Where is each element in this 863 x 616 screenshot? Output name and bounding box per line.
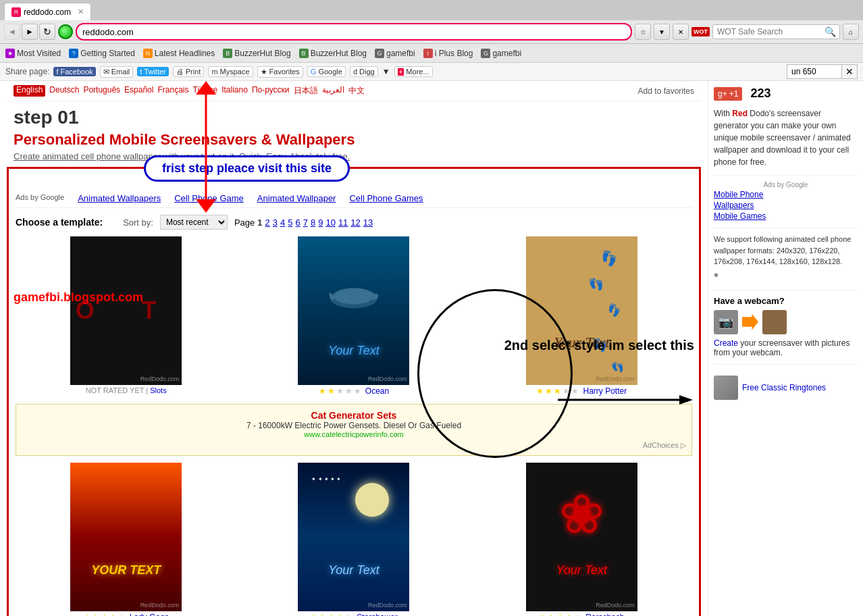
browser-icon	[58, 24, 73, 39]
wallpaper-slots[interactable]: O T RedDodo.com NOT RATED YET | Slots	[16, 236, 236, 397]
share-myspace[interactable]: m Myspace	[208, 66, 253, 77]
page-num-7[interactable]: 7	[303, 217, 308, 228]
favorites-icon: ★	[261, 68, 267, 76]
slots-link[interactable]: Slots	[150, 386, 166, 394]
wallpaper-grid-bottom: YOUR TEXT RedDodo.com ★★★★★ Lady Gaga	[16, 463, 692, 616]
page-num-12[interactable]: 12	[350, 217, 360, 228]
bookmark-most-visited[interactable]: ★ Most Visited	[5, 49, 61, 58]
page-num-3[interactable]: 3	[273, 217, 278, 228]
lang-arabic[interactable]: العربية	[322, 85, 344, 97]
share-google[interactable]: G Google	[307, 66, 346, 77]
home-button[interactable]: ⌂	[843, 24, 859, 40]
back-button[interactable]: ◄	[4, 24, 20, 40]
twitter-icon: t	[140, 68, 142, 76]
share-more-btn[interactable]: + More...	[394, 66, 433, 77]
ocean-text: Your Text	[328, 344, 379, 358]
page-num-11[interactable]: 11	[338, 217, 348, 228]
wallpaper-lady-gaga[interactable]: YOUR TEXT RedDodo.com ★★★★★ Lady Gaga	[16, 463, 236, 616]
hp-text: Your Text	[554, 334, 609, 351]
ad-title[interactable]: Cat Generator Sets	[311, 410, 397, 421]
gplus-button[interactable]: g+ +1	[714, 87, 742, 101]
slots-text: O T	[76, 297, 177, 325]
bookmark-icon-most-visited: ★	[5, 49, 15, 58]
share-more[interactable]: ▼	[382, 67, 390, 76]
lang-turkce[interactable]: Türkçe	[192, 85, 217, 97]
sidebar-link-wallpapers[interactable]: Wallpapers	[714, 201, 858, 210]
sidebar-link-mobile-games[interactable]: Mobile Games	[714, 211, 858, 221]
share-print[interactable]: 🖨 Print	[173, 66, 205, 77]
wallpaper-starshower[interactable]: ✦ ✦ ✦ ✦ ✦ Your Text RedDodo.com ★★★★★ St…	[243, 463, 464, 616]
sidebar-link-mobile-phone[interactable]: Mobile Phone	[714, 190, 858, 199]
myspace-icon: m	[211, 68, 217, 76]
share-email[interactable]: ✉ Email	[100, 66, 134, 78]
share-digg[interactable]: d Digg	[350, 66, 378, 77]
tab-close[interactable]: ✕	[78, 7, 84, 16]
page-num-4[interactable]: 4	[280, 217, 285, 228]
address-bar[interactable]	[82, 27, 625, 37]
lang-espanol[interactable]: Español	[124, 85, 153, 97]
lang-chinese[interactable]: 中文	[348, 85, 365, 97]
share-favorites[interactable]: ★ Favorites	[257, 66, 303, 78]
forward-button[interactable]: ►	[22, 24, 38, 40]
blood-link[interactable]: Rorschach	[585, 613, 624, 616]
hp-link[interactable]: Harry Potter	[583, 386, 627, 396]
page-num-5[interactable]: 5	[288, 217, 292, 228]
bookmark-buzzerhut2[interactable]: B BuzzerHut Blog	[299, 49, 367, 58]
wot-search-input[interactable]	[713, 26, 821, 38]
wallpaper-harry-potter[interactable]: 👣 👣 👣 👣 👣 Your Text RedDodo.com ★★★★★	[471, 236, 692, 397]
ad-choices[interactable]: AdChoices ▷	[22, 441, 686, 450]
webcam-create-link[interactable]: Create	[714, 338, 738, 348]
bookmark-latest-headlines[interactable]: N Latest Headlines	[143, 49, 215, 58]
lang-english[interactable]: English	[14, 85, 45, 97]
ocean-link[interactable]: Ocean	[365, 386, 389, 396]
bookmark-getting-started[interactable]: ? Getting Started	[69, 49, 135, 58]
arrow-down-button[interactable]: ▼	[654, 24, 670, 40]
fire-link[interactable]: Lady Gaga	[130, 613, 169, 616]
gplus-section: g+ +1 223	[714, 86, 858, 101]
page-num-10[interactable]: 10	[325, 217, 335, 228]
lang-deutsch[interactable]: Deutsch	[49, 85, 79, 97]
nav-link-cell-phone-games[interactable]: Cell Phone Games	[349, 193, 423, 203]
dolphin-shape	[320, 275, 388, 317]
ad-url[interactable]: www.catelectricpowerinfo.com	[22, 430, 686, 438]
page-num-9[interactable]: 9	[318, 217, 323, 228]
ocean-watermark: RedDodo.com	[368, 376, 407, 382]
bookmark-buzzerhut1[interactable]: B BuzzerHut Blog	[223, 49, 290, 58]
sidebar-search-input[interactable]	[787, 66, 841, 78]
share-facebook[interactable]: f Facebook	[53, 67, 95, 76]
add-to-favorites[interactable]: Add to favorites	[638, 86, 694, 96]
bookmark-gamefbi2[interactable]: G gamefbi	[481, 49, 521, 58]
page-num-8[interactable]: 8	[311, 217, 315, 228]
lang-japanese[interactable]: 日本語	[294, 85, 318, 97]
star-button[interactable]: ☆	[635, 24, 651, 40]
lang-portugues[interactable]: Português	[83, 85, 120, 97]
lang-russian[interactable]: По-русски	[252, 85, 290, 97]
ringtones-link[interactable]: Free Classic Ringtones	[742, 383, 826, 392]
page-num-2[interactable]: 2	[265, 217, 270, 228]
close-tab-button[interactable]: ✕	[673, 24, 689, 40]
bookmark-iplus[interactable]: i i Plus Blog	[423, 49, 473, 58]
share-twitter[interactable]: t Twitter	[137, 67, 168, 76]
lang-italiano[interactable]: Italiano	[221, 85, 248, 97]
nav-link-cell-phone-game[interactable]: Cell Phone Game	[174, 193, 244, 203]
wallpaper-ocean[interactable]: Your Text RedDodo.com ★★★★★ Ocean	[243, 236, 464, 397]
nav-link-animated-wallpapers[interactable]: Animated Wallpapers	[78, 193, 161, 203]
wot-search-button[interactable]: 🔍	[821, 25, 839, 38]
active-tab[interactable]: R reddodo.com ✕	[4, 3, 91, 20]
bookmark-gamefbi[interactable]: G gamefbi	[375, 49, 415, 58]
bookmark-icon-gamefbi2: G	[481, 49, 490, 58]
page-num-13[interactable]: 13	[363, 217, 373, 228]
lang-francais[interactable]: Français	[157, 85, 188, 97]
refresh-button[interactable]: ↻	[39, 24, 55, 40]
night-link[interactable]: Starshower	[357, 613, 398, 616]
sort-dropdown[interactable]: Most recent Most popular Rating	[160, 215, 228, 230]
moon-shape	[355, 483, 389, 517]
wallpaper-rorschach[interactable]: ❀ Your Text RedDodo.com ★★★★★ Rorschach	[471, 463, 692, 616]
page-num-1[interactable]: 1	[257, 217, 262, 228]
page-num-6[interactable]: 6	[295, 217, 300, 228]
bookmark-icon-iplus: i	[423, 49, 433, 58]
nav-link-animated-wallpaper[interactable]: Animated Wallpaper	[257, 193, 336, 203]
sidebar-search-button[interactable]: ✕	[841, 65, 857, 78]
webcam-text: Create your screensaver with pictures fr…	[714, 338, 858, 357]
sort-by-label: Sort by:	[123, 217, 153, 228]
